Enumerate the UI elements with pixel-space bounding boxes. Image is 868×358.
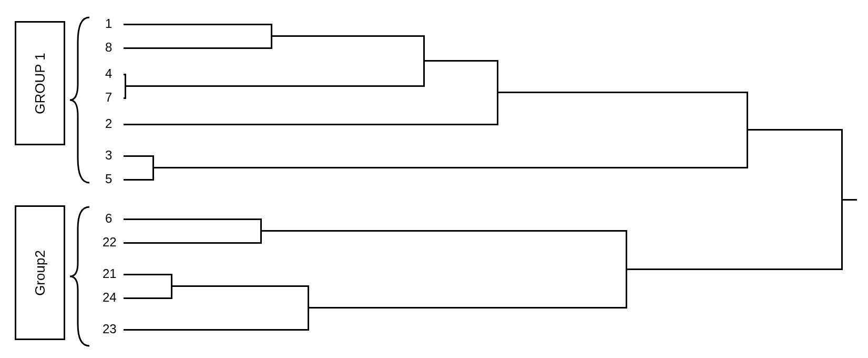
leaf-5: 5 [105,173,112,185]
leaf-21: 21 [103,267,117,280]
leaf-22: 22 [103,236,117,248]
group-2-box: Group2 [15,205,65,340]
line [124,274,171,275]
leaf-2: 2 [105,117,112,130]
line [124,179,152,181]
brace-group-1 [68,16,95,184]
line [260,230,626,232]
line [124,155,152,157]
line [497,92,747,93]
line [124,297,171,299]
line [125,85,423,87]
leaf-23: 23 [103,323,117,335]
line [124,124,497,125]
leaf-4: 4 [105,67,112,80]
line [152,167,747,168]
line [124,242,260,244]
dendrogram-figure: GROUP 1 Group2 1 8 4 7 2 3 5 6 22 21 24 … [0,0,868,358]
group-1-label: GROUP 1 [32,53,48,114]
leaf-8: 8 [105,41,112,54]
line [841,199,857,201]
line [271,35,423,37]
line [626,268,841,270]
leaf-1: 1 [105,17,112,30]
leaf-6: 6 [105,212,112,225]
leaf-3: 3 [105,149,112,162]
line [308,307,626,309]
line [124,24,271,25]
leaf-7: 7 [105,91,112,104]
leaf-24: 24 [103,291,117,304]
line [747,129,841,131]
line [423,60,497,62]
group-1-box: GROUP 1 [15,21,65,145]
line [124,329,308,331]
line [171,285,308,287]
line [124,218,260,220]
line [124,47,271,49]
brace-group-2 [68,205,95,347]
group-2-label: Group2 [32,250,48,296]
